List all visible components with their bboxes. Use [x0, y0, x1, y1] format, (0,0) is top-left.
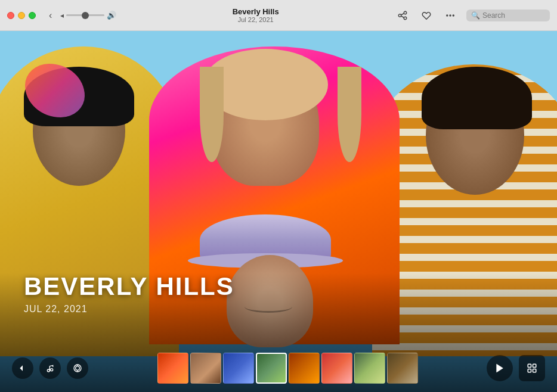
thumbnail-strip: [99, 353, 476, 384]
search-input[interactable]: [482, 11, 542, 20]
maximize-button[interactable]: [29, 12, 36, 19]
thumbnail-6[interactable]: [321, 353, 352, 384]
share-button[interactable]: [395, 8, 410, 23]
thumbnail-7[interactable]: [354, 353, 385, 384]
more-button[interactable]: [442, 8, 458, 23]
window-date: Jul 22, 2021: [238, 16, 274, 23]
volume-control: ◂ 🔊: [60, 11, 116, 20]
person-right-hair: [422, 67, 532, 129]
titlebar-actions: 🔍: [395, 8, 550, 23]
back-button[interactable]: ‹: [45, 9, 55, 22]
thumbnail-4[interactable]: [256, 353, 287, 384]
thumbnail-8[interactable]: [387, 353, 418, 384]
play-button[interactable]: [487, 355, 513, 381]
filter-button[interactable]: [67, 357, 88, 379]
svg-marker-9: [497, 364, 503, 372]
person-center-hair-right: [338, 67, 361, 162]
thumbnail-1[interactable]: [157, 353, 188, 384]
music-button[interactable]: [39, 357, 61, 379]
grid-button[interactable]: [519, 355, 545, 381]
main-photo: BEVERLY HILLS JUL 22, 2021: [0, 31, 557, 392]
volume-low-icon: ◂: [60, 11, 64, 20]
svg-point-2: [453, 15, 454, 16]
titlebar-center: Beverly Hills Jul 22, 2021: [116, 7, 395, 23]
svg-rect-13: [533, 369, 536, 372]
close-button[interactable]: [7, 12, 14, 19]
volume-slider[interactable]: [66, 14, 104, 16]
svg-point-1: [450, 15, 451, 16]
search-bar[interactable]: 🔍: [466, 10, 550, 21]
volume-high-icon: 🔊: [107, 11, 116, 20]
search-icon: 🔍: [471, 11, 480, 20]
thumbnail-2[interactable]: [190, 353, 221, 384]
prev-button[interactable]: [12, 357, 33, 379]
svg-point-4: [51, 369, 53, 371]
person-center-hair-left: [200, 67, 224, 162]
thumbnail-5[interactable]: [289, 353, 320, 384]
window-title: Beverly Hills: [233, 7, 279, 16]
svg-point-5: [76, 366, 80, 371]
titlebar: ‹ ◂ 🔊 Beverly Hills Jul 22, 2021: [0, 0, 557, 31]
minimize-button[interactable]: [18, 12, 25, 19]
photo-text-overlay: BEVERLY HILLS JUL 22, 2021: [24, 273, 234, 315]
like-button[interactable]: [419, 8, 434, 23]
photo-date: JUL 22, 2021: [24, 304, 234, 315]
svg-rect-12: [528, 369, 531, 372]
svg-rect-11: [533, 364, 536, 367]
photo-title: BEVERLY HILLS: [24, 273, 234, 300]
bottom-toolbar: [0, 344, 557, 392]
svg-rect-10: [528, 364, 531, 367]
svg-point-0: [447, 15, 448, 16]
thumbnail-3[interactable]: [223, 353, 254, 384]
traffic-lights: [7, 12, 36, 19]
